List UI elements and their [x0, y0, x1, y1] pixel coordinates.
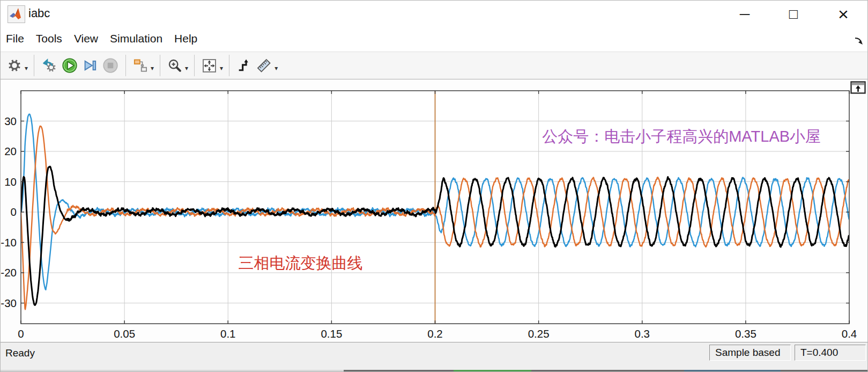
minimize-button[interactable]: ─ — [731, 1, 759, 27]
toolbar-separator — [125, 55, 126, 76]
restore-toolbar-icon[interactable] — [850, 81, 866, 96]
menu-help[interactable]: Help — [168, 27, 203, 45]
taskbar-sliver — [1, 370, 867, 371]
zoom-in-button[interactable] — [165, 54, 184, 77]
fit-to-view-icon — [202, 58, 217, 74]
x-tick-label: 0.2 — [427, 327, 443, 340]
menu-simulation[interactable]: Simulation — [104, 27, 168, 45]
trigger-icon — [236, 58, 251, 73]
fit-to-view-button[interactable] — [199, 54, 219, 77]
goto-block-icon — [41, 58, 57, 73]
status-text: Ready — [5, 347, 35, 359]
menu-tools[interactable]: Tools — [30, 27, 68, 45]
x-tick-label: 0.1 — [220, 327, 236, 340]
red-label: 三相电流变换曲线 — [239, 254, 363, 272]
y-tick-label: 30 — [4, 115, 17, 127]
plot-canvas[interactable]: 00.050.10.150.20.250.30.350.43020100-10-… — [1, 80, 868, 342]
y-tick-label: 10 — [4, 176, 17, 188]
x-tick-label: 0.4 — [842, 327, 857, 340]
scope-window: iabc ─ □ × FileToolsViewSimulationHelp ▾… — [0, 0, 868, 372]
menu-file[interactable]: File — [1, 27, 30, 45]
title-bar: iabc ─ □ × — [1, 1, 867, 27]
dropdown-caret[interactable]: ▾ — [220, 64, 223, 72]
stop-button — [100, 54, 121, 77]
y-tick-label: 0 — [11, 206, 17, 218]
sim-time-panel: T=0.400 — [795, 345, 866, 361]
x-tick-label: 0.3 — [635, 327, 650, 340]
dropdown-caret[interactable]: ▾ — [151, 64, 154, 72]
x-tick-label: 0 — [18, 327, 24, 340]
x-tick-label: 0.15 — [321, 327, 342, 340]
toolbar: ▾▾▾▾▾ — [1, 52, 867, 79]
status-bar: Ready Sample based T=0.400 — [1, 342, 867, 371]
x-tick-label: 0.35 — [735, 327, 756, 340]
x-tick-label: 0.05 — [114, 327, 135, 340]
measurements-button[interactable] — [254, 54, 274, 77]
step-forward-button[interactable] — [80, 54, 100, 77]
y-tick-label: 20 — [4, 145, 17, 157]
menu-view[interactable]: View — [68, 27, 104, 45]
sample-mode-panel: Sample based — [709, 345, 791, 361]
toolbar-separator — [160, 55, 160, 76]
run-button[interactable] — [60, 54, 80, 77]
y-tick-label: -20 — [1, 266, 17, 279]
close-button[interactable]: × — [829, 1, 857, 27]
goto-block-button[interactable] — [39, 54, 60, 77]
dropdown-caret[interactable]: ▾ — [185, 64, 188, 72]
menu-bar: FileToolsViewSimulationHelp — [1, 27, 867, 52]
signal-selector-icon — [133, 58, 148, 73]
stop-icon — [102, 57, 118, 74]
y-tick-label: -10 — [1, 236, 17, 249]
x-tick-label: 0.25 — [528, 327, 550, 340]
measurements-icon — [256, 57, 272, 74]
plot-area[interactable]: 00.050.10.150.20.250.30.350.43020100-10-… — [1, 80, 868, 342]
step-forward-icon — [82, 57, 98, 74]
toolbar-separator — [229, 55, 229, 76]
run-icon — [62, 57, 78, 74]
signal-selector-button[interactable] — [131, 54, 150, 77]
zoom-in-icon — [167, 58, 182, 73]
y-tick-label: -30 — [1, 297, 17, 309]
settings-gear-icon — [7, 58, 22, 73]
trigger-button[interactable] — [234, 54, 254, 77]
settings-gear-button[interactable] — [5, 54, 24, 77]
matlab-logo-icon — [8, 5, 25, 23]
dropdown-caret[interactable]: ▾ — [25, 64, 28, 72]
dock-scope-icon[interactable] — [854, 37, 863, 48]
purple-label: 公众号：电击小子程高兴的MATLAB小屋 — [542, 128, 821, 145]
toolbar-separator — [34, 55, 34, 76]
toolbar-separator — [194, 55, 195, 76]
window-title: iabc — [28, 6, 50, 20]
dropdown-caret[interactable]: ▾ — [275, 64, 278, 72]
maximize-button[interactable]: □ — [780, 1, 807, 27]
